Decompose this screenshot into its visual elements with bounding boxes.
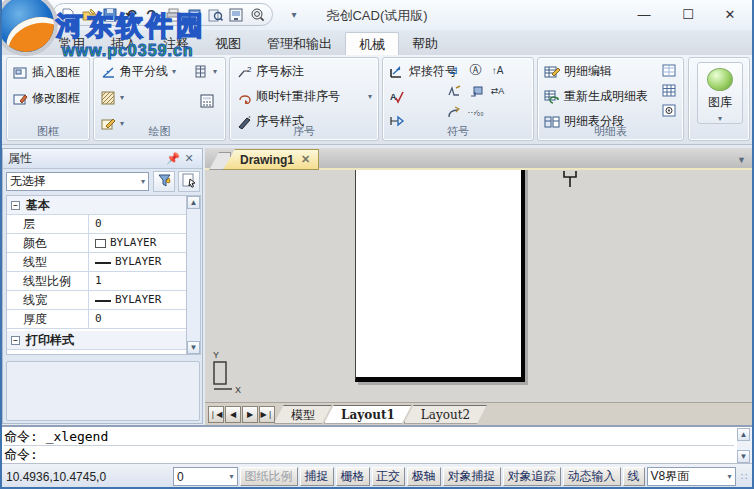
quick-select-button[interactable] — [153, 171, 175, 192]
first-tab-nav-button[interactable]: ❘◀ — [208, 406, 224, 423]
pin-icon[interactable]: 📌 — [165, 152, 181, 166]
serial-annotate-button[interactable]: 2 序号标注 — [234, 62, 378, 81]
insert-frame-button[interactable]: 插入图框 — [10, 63, 89, 82]
ui-mode-dropdown[interactable]: V8界面 ▾ — [647, 467, 736, 486]
surface-finish-symbol-icon[interactable] — [445, 83, 462, 99]
prev-tab-nav-button[interactable]: ◀ — [225, 406, 241, 423]
properties-scrollbar[interactable]: ▲ ▼ — [186, 195, 201, 355]
svg-text:Y: Y — [213, 350, 219, 360]
app-window: ↶ ↷ ▾ 尧创CAD(试用版) — ☐ ✕ 常用 插入 注释 视图 管理和输出… — [0, 0, 754, 489]
slope-symbol-icon[interactable]: ⊿ — [445, 62, 462, 78]
quick-select-icon — [157, 173, 172, 191]
group-serial: 2 序号标注 顺时针重排序号 ▾ 序号样式 序号 — [229, 57, 379, 141]
circled-a-symbol-icon[interactable]: Ⓐ — [467, 62, 484, 78]
command-history-line: 命令: _xlegend — [4, 428, 734, 446]
collapse-icon[interactable]: − — [11, 336, 20, 345]
svg-text:X: X — [235, 385, 241, 395]
group-frame-label: 图框 — [7, 124, 89, 139]
library-button[interactable]: 图库 ▾ — [697, 62, 743, 124]
bom-grid-icon[interactable] — [660, 82, 677, 98]
category-plot-style[interactable]: − 打印样式 — [7, 331, 186, 350]
hatch-dropdown-icon[interactable]: ▾ — [120, 93, 124, 102]
tab-view[interactable]: 视图 — [202, 32, 254, 55]
tab-home[interactable]: 常用 — [46, 32, 98, 55]
calculator-icon — [199, 93, 215, 108]
lineweight-swatch — [95, 300, 111, 302]
tab-manage-output[interactable]: 管理和输出 — [254, 32, 345, 55]
command-scrollbar[interactable]: ▲ ▼ — [737, 428, 752, 463]
bisector-dropdown-icon[interactable]: ▾ — [172, 67, 176, 76]
palette-close-icon[interactable]: ✕ — [181, 152, 197, 166]
bend-symbol-icon[interactable] — [445, 104, 462, 120]
group-frame: 插入图框 修改图框 图框 — [6, 57, 90, 141]
group-bom: 明细编辑 重新生成明细表 明细表分段 明细表 — [537, 57, 684, 141]
tab-annotate[interactable]: 注释 — [150, 32, 202, 55]
tab-help[interactable]: 帮助 — [399, 32, 451, 55]
command-prompt-line[interactable]: 命令: — [4, 446, 38, 464]
maximize-button[interactable]: ☐ — [666, 0, 710, 28]
scale-dropdown-chevron-icon: ▾ — [230, 472, 234, 481]
library-dropdown-icon[interactable]: ▾ — [718, 114, 722, 123]
prop-row-lineweight[interactable]: 线宽 BYLAYER — [7, 291, 186, 310]
insert-frame-icon — [12, 65, 28, 80]
tab-layout1[interactable]: Layout1 — [324, 405, 412, 424]
command-line-panel[interactable]: 命令: _xlegend 命令: ▲ ▼ — [0, 425, 754, 463]
tolerance-dots-symbol-icon[interactable]: ⋯⁄₀₀ — [467, 104, 484, 120]
coordinates-readout: 10.4936,10.4745,0 — [6, 470, 171, 484]
prop-row-layer[interactable]: 层 0 — [7, 215, 186, 234]
selection-value: 无选择 — [10, 173, 46, 190]
table-tool-dropdown-icon[interactable]: ▾ — [213, 67, 217, 76]
scroll-down-icon[interactable]: ▼ — [187, 341, 200, 354]
last-tab-nav-button[interactable]: ▶❘ — [259, 406, 275, 423]
group-symbol: 焊接符号 A ⊿ Ⓐ ↑A — [382, 57, 534, 141]
modify-frame-button[interactable]: 修改图框 — [10, 89, 89, 108]
prop-row-color[interactable]: 颜色 BYLAYER — [7, 234, 186, 253]
close-button[interactable]: ✕ — [708, 0, 752, 28]
swap-text-symbol-icon[interactable]: ⇄A — [489, 83, 506, 99]
bom-table-style-icon[interactable] — [660, 62, 677, 78]
snap-toggle[interactable]: 捕捉 — [300, 467, 334, 486]
group-bom-label: 明细表 — [538, 124, 683, 139]
bom-regen-icon — [544, 89, 560, 104]
prop-row-thickness[interactable]: 厚度 0 — [7, 310, 186, 329]
command-scroll-up-icon[interactable]: ▲ — [737, 428, 750, 441]
tab-mechanical[interactable]: 机械 — [345, 32, 399, 55]
prop-row-linetype[interactable]: 线型 BYLAYER — [7, 253, 186, 272]
drawing-canvas[interactable]: Y X — [205, 170, 754, 402]
grid-toggle[interactable]: 栅格 — [336, 467, 370, 486]
scroll-up-icon[interactable]: ▲ — [187, 196, 200, 209]
lineweight-toggle[interactable]: 线 — [623, 467, 645, 486]
layout-tab-bar: ❘◀ ◀ ▶ ▶❘ 模型 Layout1 Layout2 — [205, 402, 754, 425]
tab-layout2[interactable]: Layout2 — [404, 405, 487, 424]
document-list-dropdown-icon[interactable]: ▼ — [737, 155, 746, 165]
osnap-toggle[interactable]: 对象捕捉 — [443, 467, 501, 486]
document-tab-close-icon[interactable]: ✕ — [301, 153, 310, 166]
text-height-symbol-icon[interactable]: ↑A — [489, 62, 506, 78]
bom-balloon-icon[interactable] — [660, 102, 677, 118]
resize-grip[interactable]: ∷ — [741, 471, 748, 482]
ortho-toggle[interactable]: 正交 — [372, 467, 405, 486]
table-tool-button[interactable]: ▾ — [191, 63, 219, 80]
collapse-icon[interactable]: − — [11, 201, 20, 210]
hatch-icon — [100, 90, 116, 105]
dyn-input-toggle[interactable]: 动态输入 — [563, 467, 621, 486]
serial-reorder-dropdown-icon[interactable]: ▾ — [368, 92, 372, 101]
polar-toggle[interactable]: 极轴 — [407, 467, 441, 486]
tab-insert[interactable]: 插入 — [98, 32, 150, 55]
selection-dropdown[interactable]: 无选择 ▾ — [6, 172, 149, 191]
document-tab-drawing1[interactable]: Drawing1 ✕ — [223, 149, 319, 170]
category-basic[interactable]: − 基本 — [7, 196, 186, 215]
ui-mode-dropdown-chevron-icon: ▾ — [728, 472, 732, 481]
table-tool-icon — [193, 64, 209, 79]
serial-reorder-button[interactable]: 顺时针重排序号 ▾ — [234, 87, 378, 106]
hole-callout-symbol-icon[interactable] — [467, 83, 484, 99]
tab-model[interactable]: 模型 — [274, 405, 332, 424]
next-tab-nav-button[interactable]: ▶ — [242, 406, 258, 423]
scale-dropdown[interactable]: 0 ▾ — [173, 467, 238, 486]
select-objects-button[interactable] — [178, 171, 200, 192]
command-scroll-down-icon[interactable]: ▼ — [737, 450, 750, 463]
calculator-button[interactable] — [197, 92, 217, 109]
prop-row-ltscale[interactable]: 线型比例 1 — [7, 272, 186, 291]
minimize-button[interactable]: — — [622, 0, 666, 28]
otrack-toggle[interactable]: 对象追踪 — [503, 467, 561, 486]
